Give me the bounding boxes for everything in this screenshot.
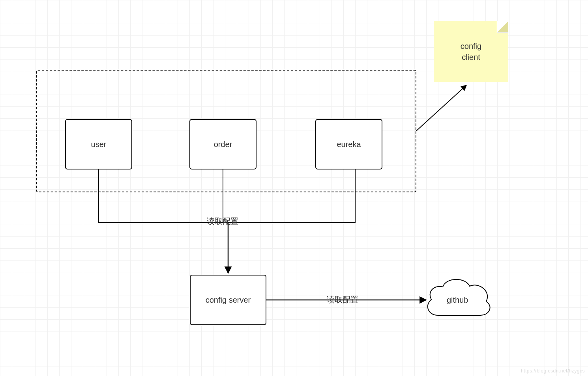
node-config-client-label: config client [461, 41, 481, 63]
watermark-text: https://blog.csdn.net/hzygcs [521, 368, 585, 374]
node-config-server-label: config server [206, 296, 251, 305]
node-config-client-note: config client [434, 21, 508, 82]
edge-group-to-note [416, 85, 466, 131]
node-order-label: order [214, 140, 232, 149]
node-user-label: user [91, 140, 107, 149]
node-order: order [189, 119, 257, 169]
node-eureka-label: eureka [337, 140, 361, 149]
edge-server-to-github-label: 读取配置 [327, 294, 358, 305]
edge-clients-to-server-label: 读取配置 [207, 216, 238, 227]
node-config-server: config server [190, 275, 266, 325]
node-eureka: eureka [315, 119, 382, 169]
node-github-label: github [447, 296, 468, 305]
node-user: user [65, 119, 132, 169]
